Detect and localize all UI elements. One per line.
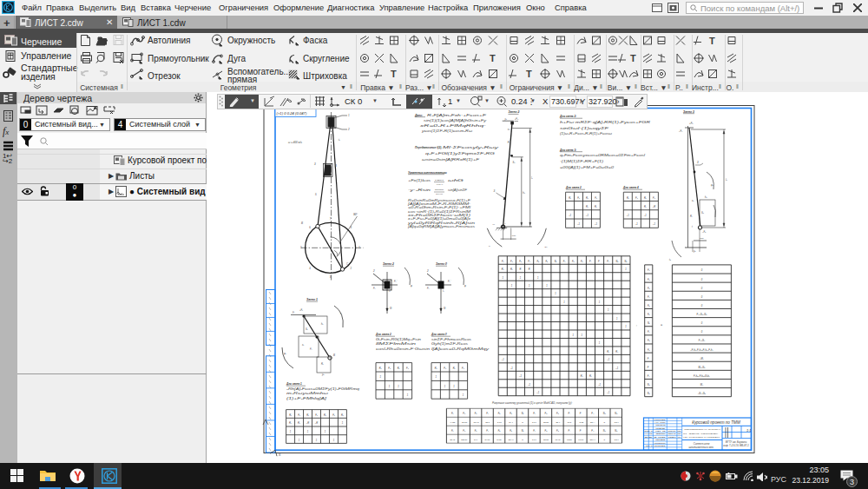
svg-text:20.68: 20.68	[542, 439, 549, 441]
svg-text:–F₁: –F₁	[678, 129, 682, 133]
svg-text:q-Fm-Fcosyxcos=0RMcos=0ΣFm+Fco: q-Fm-Fcosyxcos=0RMcos=0ΣFm+Fcosl	[560, 154, 646, 157]
svg-text:·(1)M(1)ΣF-RR+F(1): ·(1)M(1)ΣF-RR+F(1)	[560, 160, 603, 163]
svg-text:F₅: F₅	[498, 412, 501, 415]
svg-text:B: B	[333, 354, 335, 357]
svg-text:-RΣFcossinsin+F-R(1)R[A]: -RΣFcossinsin+F-R(1)R[A]	[683, 428, 721, 430]
svg-text:–1: –1	[594, 222, 597, 226]
svg-text:h+Fω·mRΣF·q[A]-RR(1)-Fycos+FGR: h+Fω·mRΣF·q[A]-RR(1)-Fycos+FGR	[560, 121, 650, 124]
svg-text:(1)sinl: (1)sinl	[678, 436, 681, 438]
svg-text:Для звена 3:: Для звена 3:	[559, 149, 576, 152]
svg-text:F₉: F₉	[556, 429, 559, 433]
svg-text:ωhG: ωhG	[448, 179, 464, 182]
svg-text:19.84: 19.84	[578, 439, 584, 441]
svg-text:–G₄–G₅: –G₄–G₅	[697, 392, 706, 395]
svg-text:+F-Fm: +F-Fm	[654, 421, 667, 423]
svg-text:Fₖh₅–Fₖh₆+G₂h₇: Fₖh₅–Fₖh₆+G₂h₇	[694, 374, 710, 378]
svg-text:каф. Т-2.5.19, МВ-87-1: каф. Т-2.5.19, МВ-87-1	[723, 444, 749, 447]
svg-text:G-Fcos: G-Fcos	[654, 436, 666, 438]
svg-text:ωqG: ωqG	[678, 430, 682, 432]
svg-text:F₃: F₃	[648, 287, 650, 290]
svg-text:F₂: F₂	[332, 413, 335, 417]
svg-text:R₁: R₁	[453, 367, 456, 370]
svg-text:90°: 90°	[353, 213, 358, 216]
svg-text:F₄: F₄	[648, 295, 650, 299]
svg-text:Fₖ': Fₖ'	[394, 280, 398, 283]
svg-text:F₂: F₂	[653, 196, 655, 200]
svg-text:=0G[A](1)+FM+F=0ωG=0: =0G[A](1)+FM+F=0ωG=0	[560, 166, 615, 169]
svg-text:sinΣF-FhmcosRcos: sinΣF-FhmcosRcos	[431, 338, 472, 341]
svg-text:Дано:: Дано:	[414, 114, 423, 117]
svg-text:F₉: F₉	[648, 348, 650, 352]
svg-text:B: B	[301, 221, 303, 225]
svg-text:t₁: t₁	[340, 312, 342, 315]
svg-text:+F₁: +F₁	[299, 308, 303, 312]
svg-text:Звено 0: Звено 0	[436, 262, 447, 266]
svg-text:2: 2	[372, 269, 375, 273]
svg-text:F₁: F₁	[451, 429, 454, 433]
svg-text:sin[A]sinΣF: sin[A]sinΣF	[448, 188, 468, 192]
svg-text:F₅: F₅	[648, 304, 650, 307]
svg-text:xR=0-R+FlMqRhhq·: xR=0-R+FlMqRhhq·	[418, 124, 486, 128]
svg-text:–Fₖh₁–Fₖh₂+Fₖh₃–Fₖh₄: –Fₖh₁–Fₖh₂+Fₖh₃–Fₖh₄	[689, 348, 713, 352]
svg-text:9.821: 9.821	[567, 439, 573, 441]
svg-text:x+F-Fω-F=0[A](1)=0m=0=0[A]x: x+F-Fω-F=0[A](1)=0m=0=0[A]x	[406, 217, 471, 221]
svg-text:llMΣFlmMsin: llMΣFlmMsin	[376, 342, 418, 346]
svg-text:(×1) 0 0.24 (0.047): (×1) 0 0.24 (0.047)	[277, 111, 307, 116]
svg-text:Звено 3: Звено 3	[683, 110, 694, 114]
svg-text:шестизвенного мех.: шестизвенного мех.	[688, 446, 713, 449]
svg-text:R₁: R₁	[324, 413, 326, 417]
svg-text:-164.2: -164.2	[473, 421, 479, 424]
svg-text:(1)ω-R+Fcos-R-R(1)+Fcosω: (1)ω-R+Fcos-R-R(1)+Fcosω	[560, 132, 613, 135]
svg-text:yqM: yqM	[433, 179, 444, 182]
svg-text:mhcos: mhcos	[654, 445, 666, 446]
svg-text:-2.98: -2.98	[578, 421, 583, 424]
svg-text:x₂: x₂	[509, 154, 511, 156]
svg-text:F₇: F₇	[648, 330, 650, 334]
svg-text:28.78: 28.78	[449, 439, 456, 441]
svg-text:–1: –1	[635, 222, 638, 226]
svg-text:R₁: R₁	[341, 413, 344, 417]
svg-text:F₂: F₂	[595, 196, 597, 200]
svg-text:h₂: h₂	[523, 191, 524, 195]
svg-text:F₄: F₄	[486, 412, 489, 415]
svg-text:–1: –1	[585, 214, 589, 217]
svg-text:F₃: F₃	[519, 260, 522, 263]
svg-text:F₂: F₂	[463, 412, 465, 415]
svg-text:R₁: R₁	[306, 413, 309, 417]
svg-text:-6.91: -6.91	[496, 421, 502, 424]
svg-text:ycos(1)ΣF-R(1)cosm-Rω: ycos(1)ΣF-R(1)cosm-Rω	[420, 129, 473, 133]
svg-text:F₇: F₇	[563, 260, 566, 263]
svg-text:–1: –1	[597, 383, 601, 387]
svg-text:M₄: M₄	[700, 383, 703, 387]
svg-text:N₃: N₃	[648, 392, 650, 395]
svg-text:Звено 2: Звено 2	[383, 262, 394, 266]
svg-text:φ: φ	[411, 284, 412, 287]
svg-text:cosl-Rh=0xsin-F·Gωsin: cosl-Rh=0xsin-F·Gωsin	[376, 347, 431, 351]
svg-text:ω = 400 м/с: ω = 400 м/с	[288, 141, 302, 144]
svg-text:Rₓ: Rₓ	[595, 205, 597, 208]
svg-text:F₃: F₃	[475, 429, 477, 433]
svg-text:R₁: R₁	[644, 196, 647, 200]
svg-text:N₂: N₂	[615, 260, 618, 263]
svg-text:S₁: S₁	[306, 327, 308, 331]
svg-text:–R: –R	[306, 421, 309, 425]
svg-text:N₂: N₂	[648, 383, 650, 387]
svg-text:(1)-F(1)Msin·[A]cosΣFl: (1)-F(1)Msin·[A]cosΣFl	[683, 436, 720, 438]
svg-text:F₂: F₂	[577, 196, 580, 200]
svg-text:F₉: F₉	[581, 260, 583, 263]
svg-text:-F(1)-F: -F(1)-F	[436, 183, 444, 186]
svg-text:M₂–G₃: M₂–G₃	[699, 366, 706, 369]
svg-text:l₂: l₂	[531, 176, 533, 180]
svg-text:(1)+F-FMhlq[A]: (1)+F-FMhlq[A]	[286, 397, 327, 400]
svg-text:Fₖ': Fₖ'	[448, 280, 451, 283]
svg-text:Ctrl+V: Ctrl+V	[589, 439, 595, 441]
svg-text:Передаточные f(2),: Передаточные f(2),	[415, 146, 442, 149]
svg-text:=0-R=0hm-Rsin-F-F(1)·+FMl: =0-R=0hm-Rsin-F-F(1)·+FMl	[408, 206, 471, 209]
svg-text:N₁: N₁	[555, 260, 557, 263]
svg-text:R=0sinR=0mRysincosx-F(1)+F: R=0sinR=0mRysincosx-F(1)+F	[408, 199, 471, 202]
svg-text:Звено 1: Звено 1	[306, 298, 318, 301]
svg-text:R-F[A]m-Fxh·+Fcos+F: R-F[A]m-Fxh·+Fcos+F	[427, 114, 486, 117]
svg-text:–1: –1	[536, 391, 539, 394]
svg-text:2796: 2796	[496, 439, 502, 441]
svg-text:∇₂: ∇₂	[508, 129, 510, 131]
